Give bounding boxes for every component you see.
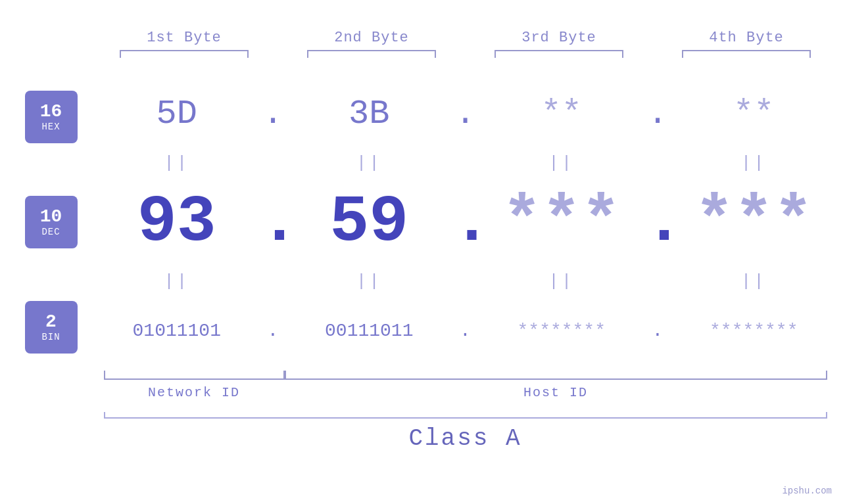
bin-badge-number: 2 bbox=[45, 312, 57, 332]
bottom-row: Class A bbox=[104, 412, 827, 452]
host-id-label: Host ID bbox=[285, 385, 827, 400]
hex-b3-value: ** bbox=[541, 95, 582, 133]
dec-b1-value: 93 bbox=[137, 185, 216, 260]
byte4-bracket bbox=[682, 50, 811, 58]
byte2-col: 2nd Byte bbox=[291, 30, 452, 58]
hex-badge-label: HEX bbox=[41, 122, 60, 132]
eq1-b4: || bbox=[671, 153, 837, 173]
host-bracket bbox=[285, 371, 827, 380]
equals-row-2: || || || || bbox=[94, 268, 837, 294]
bin-b3-value: ******** bbox=[518, 321, 606, 341]
bin-b2-value: 00111011 bbox=[325, 321, 413, 341]
dec-b2: 59 bbox=[286, 185, 452, 260]
byte1-col: 1st Byte bbox=[104, 30, 265, 58]
byte1-bracket bbox=[120, 50, 249, 58]
main-container: 1st Byte 2nd Byte 3rd Byte 4th Byte 16 H… bbox=[0, 0, 845, 504]
byte2-bracket bbox=[307, 50, 436, 58]
dec-b4: *** bbox=[671, 185, 837, 260]
dec-badge: 10 DEC bbox=[25, 196, 78, 248]
eq2-b2: || bbox=[286, 271, 452, 291]
hex-dot3: . bbox=[644, 95, 671, 133]
bin-dot3: . bbox=[644, 321, 671, 341]
bin-b3: ******** bbox=[479, 321, 645, 341]
hex-b4-value: ** bbox=[733, 95, 774, 133]
dec-b3-value: *** bbox=[502, 185, 621, 260]
hex-b2-value: 3B bbox=[349, 95, 389, 133]
hex-b2: 3B bbox=[286, 95, 452, 133]
bottom-bracket-area: Network ID Host ID bbox=[104, 371, 827, 400]
dec-badge-label: DEC bbox=[41, 227, 60, 237]
hex-row: 5D . 3B . ** . ** bbox=[94, 78, 837, 150]
bin-dot2: . bbox=[452, 321, 479, 341]
hex-b1-value: 5D bbox=[157, 95, 197, 133]
dec-badge-number: 10 bbox=[40, 207, 62, 227]
byte4-col: 4th Byte bbox=[666, 30, 827, 58]
hex-b1: 5D bbox=[94, 95, 260, 133]
bin-b2: 00111011 bbox=[286, 321, 452, 341]
hex-b4: ** bbox=[671, 95, 837, 133]
bin-b4: ******** bbox=[671, 321, 837, 341]
eq1-b1: || bbox=[94, 153, 260, 173]
hex-b3: ** bbox=[479, 95, 645, 133]
network-id-label: Network ID bbox=[104, 385, 285, 400]
bin-badge: 2 BIN bbox=[25, 301, 78, 354]
eq2-b4: || bbox=[671, 271, 837, 291]
rows-col: 5D . 3B . ** . ** bbox=[94, 58, 837, 367]
id-label-row: Network ID Host ID bbox=[104, 385, 827, 400]
byte1-label: 1st Byte bbox=[104, 30, 265, 46]
dec-row: 93 . 59 . *** . *** bbox=[94, 176, 837, 268]
class-bracket bbox=[104, 412, 827, 419]
dec-dot1: . bbox=[260, 185, 286, 260]
eq2-b3: || bbox=[479, 271, 645, 291]
class-label: Class A bbox=[104, 425, 827, 452]
bin-row: 01011101 . 00111011 . ******** . bbox=[94, 294, 837, 367]
hex-dot2: . bbox=[452, 95, 479, 133]
equals-row-1: || || || || bbox=[94, 150, 837, 176]
bin-dot1: . bbox=[260, 321, 286, 341]
network-bracket bbox=[104, 371, 285, 380]
dec-dot2: . bbox=[452, 185, 479, 260]
byte3-label: 3rd Byte bbox=[479, 30, 640, 46]
content-area: 16 HEX 10 DEC 2 BIN 5D . bbox=[9, 58, 837, 367]
dec-dot3: . bbox=[644, 185, 671, 260]
byte4-label: 4th Byte bbox=[666, 30, 827, 46]
eq1-b3: || bbox=[479, 153, 645, 173]
byte3-col: 3rd Byte bbox=[479, 30, 640, 58]
hex-badge-number: 16 bbox=[40, 102, 62, 122]
hex-dot1: . bbox=[260, 95, 286, 133]
hex-badge: 16 HEX bbox=[25, 91, 78, 143]
dec-b3: *** bbox=[479, 185, 645, 260]
bin-b1: 01011101 bbox=[94, 321, 260, 341]
badges-col: 16 HEX 10 DEC 2 BIN bbox=[9, 58, 94, 367]
dec-b1: 93 bbox=[94, 185, 260, 260]
dec-b2-value: 59 bbox=[329, 185, 408, 260]
bracket-bottom-row bbox=[104, 371, 827, 380]
eq2-b1: || bbox=[94, 271, 260, 291]
dec-b4-value: *** bbox=[694, 185, 813, 260]
byte3-bracket bbox=[495, 50, 623, 58]
watermark: ipshu.com bbox=[782, 486, 832, 496]
header-row: 1st Byte 2nd Byte 3rd Byte 4th Byte bbox=[104, 12, 827, 58]
bin-b4-value: ******** bbox=[710, 321, 798, 341]
eq1-b2: || bbox=[286, 153, 452, 173]
bin-badge-label: BIN bbox=[41, 332, 60, 342]
byte2-label: 2nd Byte bbox=[291, 30, 452, 46]
bin-b1-value: 01011101 bbox=[133, 321, 221, 341]
